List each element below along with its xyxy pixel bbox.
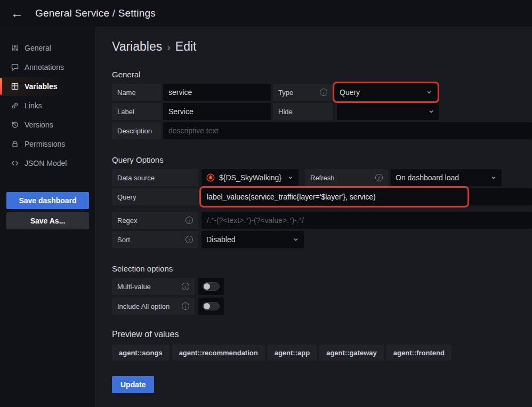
multi-value-toggle[interactable]: [198, 278, 224, 295]
breadcrumb: Variables › Edit: [112, 39, 532, 54]
settings-sidebar: General Annotations Variables: [0, 27, 96, 407]
type-dropdown-wrap: Query: [335, 84, 437, 101]
refresh-select-value: On dashboard load: [396, 173, 486, 182]
chevron-down-icon: [428, 108, 434, 115]
back-button[interactable]: ←: [9, 5, 26, 22]
comment-icon: [11, 63, 19, 71]
page-title: General Service / Settings: [35, 7, 156, 19]
skywalking-flame-icon: [206, 173, 215, 182]
sidebar-item-label: General: [25, 44, 51, 52]
save-as-button[interactable]: Save As...: [6, 212, 89, 229]
sort-select[interactable]: Disabled: [201, 231, 304, 248]
name-field-label: Name: [112, 84, 161, 101]
type-field-label: Type i: [273, 84, 333, 101]
sidebar-item-label: Versions: [25, 121, 53, 129]
description-field-label: Description: [112, 122, 161, 139]
label-input[interactable]: [163, 103, 271, 120]
preview-value-chip: agent::frontend: [386, 345, 452, 361]
datasource-field-label: Data source: [112, 169, 198, 186]
datasource-select-value: ${DS_SkyWalking}: [219, 173, 283, 182]
type-select-value: Query: [340, 88, 422, 97]
datasource-dropdown-wrap: ${DS_SkyWalking}: [201, 169, 299, 186]
sidebar-item-label: Annotations: [25, 63, 64, 71]
chevron-down-icon: [490, 174, 497, 181]
sidebar-item-variables[interactable]: Variables: [0, 77, 95, 96]
preview-value-chip: agent::gateway: [319, 345, 384, 361]
sidebar-item-annotations[interactable]: Annotations: [0, 58, 95, 77]
query-input[interactable]: [201, 188, 532, 205]
sidebar-item-links[interactable]: Links: [0, 96, 95, 115]
hide-dropdown-wrap: [337, 103, 439, 120]
sidebar-item-label: Links: [25, 101, 42, 110]
toggle-track: [203, 282, 220, 291]
code-icon: [11, 159, 19, 167]
toggle-knob: [204, 303, 210, 309]
preview-value-chip: agent::recommendation: [172, 345, 265, 361]
chevron-down-icon: [426, 89, 432, 95]
preview-values: agent::songs agent::recommendation agent…: [112, 345, 532, 361]
datasource-select[interactable]: ${DS_SkyWalking}: [201, 169, 299, 186]
sidebar-item-versions[interactable]: Versions: [0, 115, 95, 134]
sidebar-item-permissions[interactable]: Permissions: [0, 134, 95, 154]
active-indicator-bar: [0, 78, 2, 95]
include-all-toggle[interactable]: [198, 298, 224, 315]
type-select[interactable]: Query: [335, 84, 437, 101]
regex-input[interactable]: [201, 212, 532, 229]
info-icon[interactable]: i: [186, 236, 193, 243]
refresh-field-label: Refresh i: [305, 169, 388, 186]
label-field-label: Label: [112, 103, 161, 120]
sort-select-value: Disabled: [206, 235, 288, 244]
save-dashboard-button[interactable]: Save dashboard: [6, 192, 89, 209]
grid-icon: [11, 82, 19, 91]
chevron-down-icon: [293, 236, 299, 243]
hide-field-label: Hide: [273, 103, 333, 120]
history-icon: [11, 121, 19, 129]
info-icon[interactable]: i: [320, 89, 327, 96]
info-icon[interactable]: i: [182, 283, 189, 290]
sliders-icon: [11, 44, 19, 52]
toggle-track: [203, 302, 220, 310]
regex-field-label: Regex i: [112, 212, 198, 229]
info-icon[interactable]: i: [186, 217, 193, 224]
toggle-knob: [204, 283, 210, 290]
selection-options-heading: Selection options: [112, 264, 532, 273]
refresh-dropdown-wrap: On dashboard load: [391, 169, 502, 186]
preview-value-chip: agent::app: [268, 345, 317, 361]
refresh-select[interactable]: On dashboard load: [391, 169, 502, 186]
include-all-label: Include All option i: [112, 298, 195, 315]
query-input-wrap: [201, 188, 532, 205]
lock-icon: [11, 140, 19, 148]
chevron-down-icon: [287, 174, 294, 181]
sidebar-item-label: Variables: [25, 82, 58, 91]
sidebar-item-label: JSON Model: [25, 159, 67, 167]
link-icon: [11, 101, 19, 110]
description-input[interactable]: [163, 122, 532, 139]
breadcrumb-separator-icon: ›: [167, 40, 171, 53]
top-header: ← General Service / Settings: [0, 0, 532, 27]
hide-select[interactable]: [337, 103, 439, 120]
general-section-heading: General: [112, 70, 532, 79]
update-button[interactable]: Update: [112, 376, 154, 393]
preview-heading: Preview of values: [112, 330, 532, 339]
name-input[interactable]: [163, 84, 271, 101]
info-icon[interactable]: i: [375, 174, 383, 181]
breadcrumb-page: Edit: [175, 39, 197, 54]
info-icon[interactable]: i: [182, 302, 189, 310]
query-options-heading: Query Options: [112, 155, 532, 164]
preview-value-chip: agent::songs: [112, 345, 170, 361]
sidebar-item-label: Permissions: [25, 140, 65, 148]
multi-value-label: Multi-value i: [112, 278, 195, 295]
sidebar-item-json-model[interactable]: JSON Model: [0, 154, 95, 173]
query-field-label: Query: [112, 188, 198, 205]
sort-field-label: Sort i: [112, 231, 198, 248]
variables-edit-panel: Variables › Edit General Name Type i Que…: [96, 27, 532, 407]
sort-dropdown-wrap: Disabled: [201, 231, 304, 248]
sidebar-item-general[interactable]: General: [0, 38, 95, 58]
breadcrumb-section[interactable]: Variables: [112, 39, 162, 54]
